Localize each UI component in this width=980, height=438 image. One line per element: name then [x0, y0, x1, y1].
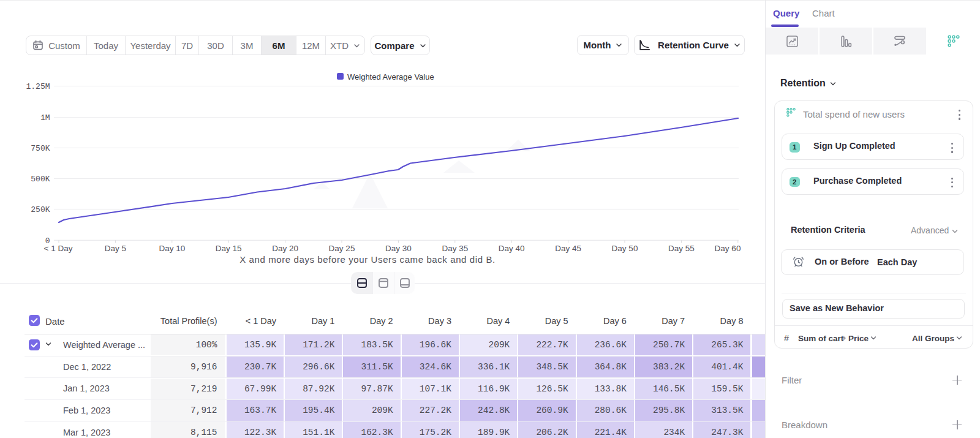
svg-text:Day 10: Day 10	[159, 244, 185, 253]
svg-text:Day 50: Day 50	[612, 244, 638, 253]
svg-text:750K: 750K	[31, 144, 50, 153]
svg-text:Day 20: Day 20	[272, 244, 298, 253]
svg-text:< 1 Day: < 1 Day	[44, 244, 73, 253]
svg-text:Day 15: Day 15	[216, 244, 242, 253]
svg-text:X and more days before your Us: X and more days before your Users came b…	[239, 254, 496, 265]
svg-text:Day 40: Day 40	[499, 244, 525, 253]
svg-text:500K: 500K	[31, 175, 50, 184]
svg-text:Day 5: Day 5	[105, 244, 126, 253]
svg-text:250K: 250K	[31, 205, 50, 214]
svg-text:1.25M: 1.25M	[26, 82, 50, 91]
svg-text:Day 25: Day 25	[329, 244, 355, 253]
svg-text:Day 60: Day 60	[715, 244, 741, 253]
svg-text:Day 35: Day 35	[442, 244, 468, 253]
svg-text:1M: 1M	[40, 113, 50, 123]
svg-text:Day 30: Day 30	[385, 244, 412, 253]
svg-text:Day 55: Day 55	[668, 244, 695, 253]
svg-text:Day 45: Day 45	[555, 244, 581, 253]
